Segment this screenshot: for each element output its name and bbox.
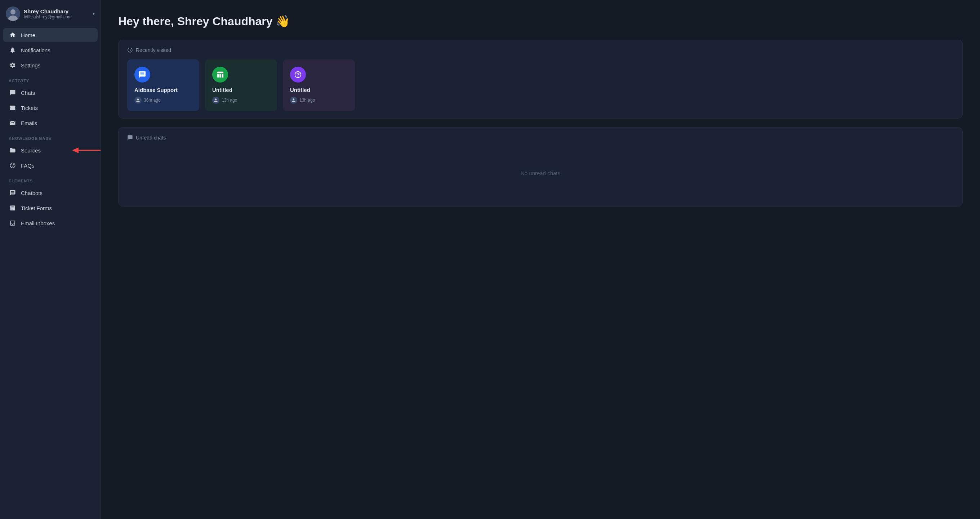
user-name: Shrey Chaudhary — [24, 8, 89, 14]
card-avatar-untitled-1 — [212, 97, 220, 104]
emails-icon — [9, 119, 17, 126]
card-time-aidbase: 36m ago — [144, 98, 161, 103]
clock-icon — [127, 47, 133, 53]
card-avatar-aidbase — [134, 97, 142, 104]
chats-label: Chats — [21, 90, 35, 96]
user-email: iofficialshrey@gmail.com — [24, 14, 89, 19]
ticket-forms-label: Ticket Forms — [21, 205, 52, 211]
user-info: Shrey Chaudhary iofficialshrey@gmail.com — [24, 8, 89, 19]
sidebar-item-faqs[interactable]: FAQs — [3, 159, 98, 172]
card-meta-aidbase: 36m ago — [134, 97, 192, 104]
main-content: Hey there, Shrey Chaudhary 👋 Recently vi… — [101, 0, 980, 519]
card-avatar-untitled-2 — [290, 97, 297, 104]
section-activity: ACTIVITY — [0, 73, 100, 85]
card-title-untitled-1: Untitled — [212, 87, 270, 93]
greeting: Hey there, Shrey Chaudhary 👋 — [118, 14, 963, 28]
sidebar-item-ticket-forms[interactable]: Ticket Forms — [3, 201, 98, 215]
recently-visited-grid: Aidbase Support 36m ago Untitled — [127, 59, 954, 111]
recently-visited-section: Recently visited Aidbase Support 36m ago — [118, 40, 963, 119]
card-icon-faq — [290, 67, 306, 83]
home-icon — [9, 32, 17, 38]
sources-wrapper: Sources — [0, 143, 100, 158]
user-header[interactable]: Shrey Chaudhary iofficialshrey@gmail.com… — [0, 0, 100, 27]
recently-visited-label: Recently visited — [136, 47, 171, 53]
chat-bubble-icon — [127, 135, 133, 140]
card-meta-untitled-2: 13h ago — [290, 97, 348, 104]
visit-card-aidbase-support[interactable]: Aidbase Support 36m ago — [127, 59, 199, 111]
unread-chats-header: Unread chats — [127, 135, 954, 140]
sidebar-item-notifications[interactable]: Notifications — [3, 43, 98, 57]
emails-label: Emails — [21, 120, 37, 126]
card-title-untitled-2: Untitled — [290, 87, 348, 93]
sidebar: Shrey Chaudhary iofficialshrey@gmail.com… — [0, 0, 101, 519]
sources-icon — [9, 147, 17, 154]
section-elements: ELEMENTS — [0, 173, 100, 185]
faqs-label: FAQs — [21, 162, 35, 169]
recently-visited-header: Recently visited — [127, 47, 954, 53]
sidebar-item-sources[interactable]: Sources — [3, 143, 98, 157]
ticket-forms-icon — [9, 205, 17, 211]
sidebar-item-settings[interactable]: Settings — [3, 58, 98, 72]
svg-point-1 — [10, 10, 16, 14]
sidebar-item-tickets[interactable]: Tickets — [3, 101, 98, 115]
home-label: Home — [21, 32, 35, 38]
visit-card-untitled-1[interactable]: Untitled 13h ago — [205, 59, 277, 111]
email-inboxes-label: Email Inboxes — [21, 220, 55, 226]
sidebar-item-chats[interactable]: Chats — [3, 86, 98, 99]
card-time-untitled-1: 13h ago — [221, 98, 237, 103]
settings-label: Settings — [21, 62, 40, 68]
unread-chats-section: Unread chats No unread chats — [118, 127, 963, 207]
tickets-label: Tickets — [21, 105, 38, 111]
sidebar-item-home[interactable]: Home — [3, 28, 98, 42]
gear-icon — [9, 62, 17, 68]
visit-card-untitled-2[interactable]: Untitled 13h ago — [283, 59, 355, 111]
avatar — [6, 6, 20, 21]
chevron-down-icon: ▾ — [92, 11, 95, 16]
card-meta-untitled-1: 13h ago — [212, 97, 270, 104]
notifications-label: Notifications — [21, 47, 51, 53]
sidebar-item-email-inboxes[interactable]: Email Inboxes — [3, 216, 98, 230]
card-time-untitled-2: 13h ago — [299, 98, 315, 103]
no-unread-message: No unread chats — [127, 147, 954, 199]
sidebar-item-chatbots[interactable]: Chatbots — [3, 186, 98, 200]
card-icon-table — [212, 67, 228, 83]
section-knowledge-base: KNOWLEDGE BASE — [0, 131, 100, 143]
unread-chats-label: Unread chats — [136, 135, 166, 140]
sources-label: Sources — [21, 147, 41, 154]
sidebar-item-emails[interactable]: Emails — [3, 116, 98, 130]
email-inboxes-icon — [9, 220, 17, 226]
chatbots-label: Chatbots — [21, 190, 43, 196]
chatbots-icon — [9, 189, 17, 196]
card-icon-chat — [134, 67, 150, 83]
faqs-icon — [9, 162, 17, 169]
bell-icon — [9, 47, 17, 53]
chats-icon — [9, 89, 17, 96]
tickets-icon — [9, 105, 17, 111]
card-title-aidbase: Aidbase Support — [134, 87, 192, 93]
